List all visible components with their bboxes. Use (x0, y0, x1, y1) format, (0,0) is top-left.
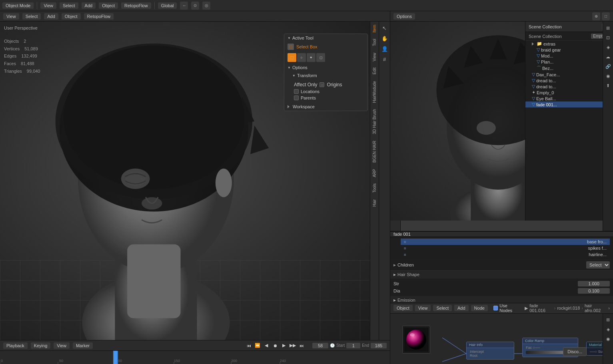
breadcrumb-item-2[interactable]: hair afro.002 (585, 303, 607, 313)
node-canvas[interactable]: Hair Info Intercept Root Color Ramp Fac … (390, 314, 603, 364)
str-value[interactable]: 1.000 (578, 281, 610, 286)
node-block-1[interactable]: Hair Info Intercept Root (466, 342, 514, 360)
viewport-view-menu[interactable]: View (3, 13, 19, 20)
node-add-menu[interactable]: Add (454, 305, 469, 311)
vtab-view[interactable]: View (371, 50, 378, 65)
proportional-icon[interactable]: ◎ (202, 2, 210, 10)
start-frame-field[interactable]: 1 (346, 343, 360, 348)
right-3d-view[interactable]: Scene Collection ⊞ Scene Collection Empt… (390, 22, 613, 221)
disconnect-btn[interactable]: Disco... (563, 347, 587, 356)
view-menu-timeline[interactable]: View (54, 342, 70, 349)
play-btn[interactable]: ▶ (280, 342, 288, 349)
select-menu[interactable]: Select (60, 2, 78, 9)
outliner-item-empty[interactable]: ✦ Empty_0 (525, 90, 613, 95)
tool-grid-btn-2[interactable]: ○ (297, 53, 306, 62)
end-frame-field[interactable]: 185 (371, 343, 387, 348)
viewport-body[interactable]: User Perspective Objects 2 Vertices 51,0… (0, 22, 390, 340)
node-block-output[interactable]: Material Output ──○ Surface (586, 342, 603, 356)
vtab-3dhairbrush[interactable]: 3D Hair Brush (371, 106, 378, 137)
object-menu[interactable]: Object (99, 2, 118, 9)
children-section[interactable]: ▶ Children Select (390, 260, 613, 271)
ri-icon6[interactable]: ◉ (604, 72, 612, 80)
viewport-retopoflow[interactable]: RetopoFlow (84, 13, 114, 20)
node-ri1[interactable]: ⊞ (604, 316, 612, 324)
locations-checkbox[interactable] (294, 89, 299, 94)
options-header[interactable]: ▼ Options (284, 64, 367, 72)
transform-header[interactable]: ▼ Transform (284, 72, 367, 80)
outliner-item-fade[interactable]: ▽ fade 001... (525, 101, 613, 107)
transform-icon[interactable]: ↔ (180, 2, 188, 10)
node-node-menu[interactable]: Node (471, 305, 488, 311)
ri-icon3[interactable]: ◈ (604, 43, 612, 51)
outliner-item-eyeball[interactable]: ▽ Eye Ball... (525, 95, 613, 101)
outliner-item-braid[interactable]: ▽ braid gear (525, 47, 613, 53)
view-menu[interactable]: View (40, 2, 56, 9)
particle-item-spikes[interactable]: ≡ spikes f... (401, 245, 610, 251)
vtab-item[interactable]: Item (371, 22, 378, 36)
outliner-item-mod[interactable]: ▽ Mod... (525, 53, 613, 59)
rt-icon1[interactable]: ⊕ (592, 12, 600, 20)
particle-item-hairline[interactable]: ≡ hairline... (401, 251, 610, 258)
ri-icon2[interactable]: ⊡ (604, 34, 612, 42)
prev-keyframe-btn[interactable]: ⏪ (254, 342, 261, 349)
active-tool-header[interactable]: ▼ Active Tool (284, 34, 367, 42)
next-frame-btn[interactable]: ▶▶ (289, 342, 296, 349)
people-icon[interactable]: 👤 (380, 44, 389, 54)
ri-icon5[interactable]: 🔗 (604, 62, 612, 70)
particle-item-base[interactable]: ≡ base fro... (401, 239, 610, 245)
viewport-3d[interactable]: User Perspective Objects 2 Vertices 51,0… (0, 22, 390, 340)
add-menu[interactable]: Add (82, 2, 96, 9)
rt-icon2[interactable]: □ (602, 12, 610, 20)
viewport-select-menu[interactable]: Select (22, 13, 41, 20)
dia-value[interactable]: 0.100 (578, 288, 610, 294)
node-object-menu[interactable]: Object (393, 305, 413, 311)
origins-checkbox[interactable]: ○ (319, 82, 324, 87)
vtab-hair[interactable]: Hair (371, 196, 378, 210)
ri-icon1[interactable]: ⊞ (604, 24, 612, 32)
outliner-item-dread1[interactable]: ▽ dread to... (525, 78, 613, 84)
cursor-icon[interactable]: ↖ (380, 23, 389, 33)
viewport-add-menu[interactable]: Add (44, 13, 58, 20)
vtab-hairmodude[interactable]: HairModude (371, 78, 378, 106)
use-nodes-checkbox[interactable] (493, 306, 498, 310)
node-select-menu[interactable]: Select (433, 305, 452, 311)
ri-icon7[interactable]: ⬆ (604, 82, 612, 90)
ri-icon4[interactable]: ☁ (604, 53, 612, 61)
breadcrumb-item-0[interactable]: fade 001.016 (529, 303, 553, 313)
parents-checkbox[interactable] (294, 95, 299, 100)
use-nodes-toggle[interactable]: Use Nodes (493, 303, 520, 313)
scene-collection-root[interactable]: Scene Collection Empty 0 (525, 32, 613, 41)
select-dropdown[interactable]: Select (586, 261, 610, 269)
workspace-header[interactable]: Workspace (284, 103, 367, 111)
outliner-item-dread2[interactable]: ▽ dread to... (525, 84, 613, 90)
node-ri2[interactable]: ◈ (604, 326, 612, 334)
vtab-bgenhair[interactable]: BGEN HAIR (371, 137, 378, 166)
outliner-item-extras[interactable]: 📁 extras (525, 41, 613, 47)
breadcrumb-arrow-icon[interactable]: › (608, 306, 610, 310)
tool-grid-btn-1[interactable]: ⬚ (288, 53, 296, 62)
tool-grid-btn-4[interactable]: ◻ (316, 53, 325, 62)
current-frame-field[interactable]: 58 (312, 343, 328, 348)
snap-icon[interactable]: ⊙ (191, 2, 199, 10)
vtab-tool[interactable]: Tool (371, 36, 378, 49)
select-box-btn[interactable]: ⬚ Select Box (284, 42, 367, 52)
prev-frame-btn[interactable]: ◀ (263, 342, 270, 349)
retopoflow-menu[interactable]: RetopoFlow (121, 2, 151, 9)
node-ri3[interactable]: ◉ (604, 335, 612, 343)
hair-shape-section[interactable]: ▶ Hair Shape (390, 271, 613, 278)
jump-start-btn[interactable]: ⏮ (245, 342, 252, 349)
marker-menu[interactable]: Marker (73, 342, 93, 349)
breadcrumb-item-1[interactable]: rockgirl.018 (557, 306, 580, 310)
vtab-arp[interactable]: ARP (371, 166, 378, 181)
emission-section[interactable]: ▶ Emission (390, 296, 613, 303)
breadcrumb-play-icon[interactable]: ▶ (525, 306, 528, 311)
viewport-object-menu[interactable]: Object (62, 13, 81, 20)
outliner-item-daxface[interactable]: ▽ Dax_Face... (525, 72, 613, 78)
playback-menu[interactable]: Playback (3, 342, 28, 349)
node-view-menu[interactable]: View (415, 305, 431, 311)
options-btn[interactable]: Options (393, 13, 415, 20)
global-dropdown[interactable]: Global (158, 2, 177, 9)
grid-icon[interactable]: # (380, 54, 389, 64)
tool-grid-btn-3[interactable]: ✦ (307, 53, 315, 62)
object-mode-dropdown[interactable]: Object Mode (2, 2, 34, 9)
